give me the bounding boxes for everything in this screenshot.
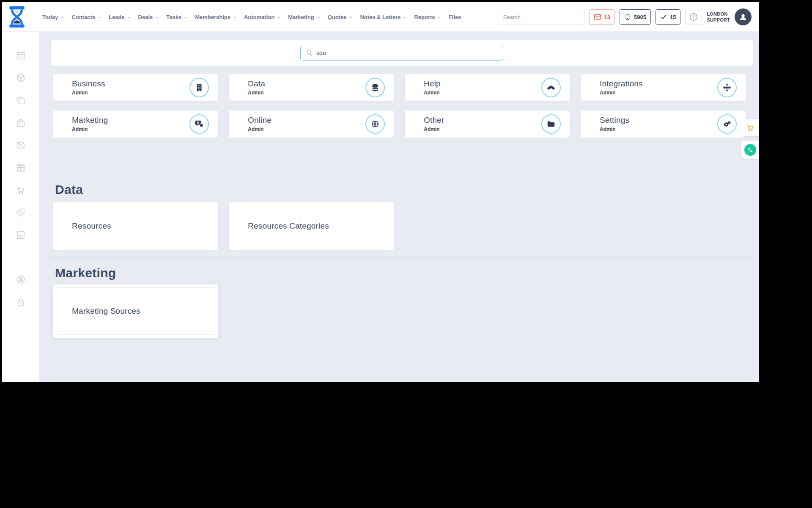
nav-item-files[interactable]: Files: [449, 14, 461, 20]
category-card-marketing[interactable]: Marketing Admin $: [53, 110, 218, 138]
mobile-phone-icon: [624, 14, 631, 20]
sidebar-item-copy[interactable]: [15, 95, 26, 105]
database-icon: [365, 78, 385, 97]
global-search: [498, 9, 584, 25]
category-card-business[interactable]: Business Admin: [53, 74, 218, 101]
shopping-cart-icon: [746, 124, 754, 132]
question-mark-icon: ?: [689, 12, 698, 22]
help-button[interactable]: ?: [685, 9, 702, 25]
section-data-cards: Resources Resources Categories: [53, 202, 746, 250]
nav-item-deals[interactable]: Deals: [138, 14, 159, 20]
sidebar-item-history[interactable]: [15, 140, 26, 150]
mail-count: 13: [604, 14, 610, 20]
avatar[interactable]: [735, 8, 752, 25]
lock-icon: [16, 297, 26, 307]
tasks-badge[interactable]: 15: [656, 9, 680, 25]
chevron-down-icon: [60, 15, 64, 19]
tasks-count: 15: [670, 14, 676, 20]
sidebar-item-calendar[interactable]: 12: [15, 50, 26, 61]
shopping-bag-icon: [16, 118, 26, 128]
globe-icon: [365, 114, 385, 134]
user-name: LONDON SUPPORT: [707, 11, 730, 23]
person-icon: [738, 12, 748, 22]
svg-text:$: $: [19, 210, 22, 214]
sidebar-item-cart[interactable]: [15, 185, 26, 195]
nav-item-reports[interactable]: Reports: [414, 14, 441, 20]
top-bar: Today Contacts Leads Deals Tasks Members…: [2, 2, 759, 32]
chat-dollar-icon: $: [189, 114, 209, 134]
sidebar-item-orders[interactable]: [15, 118, 26, 128]
search-icon: [306, 50, 313, 56]
phone-icon: [744, 144, 756, 156]
gears-icon: [717, 114, 737, 134]
chevron-down-icon: [127, 15, 131, 19]
nav-item-memberships[interactable]: Memberships: [195, 14, 237, 20]
admin-search-box: [300, 46, 503, 61]
phone-count: 5905: [634, 14, 646, 20]
category-grid: Business Admin Data Admin Help Admin Int…: [53, 74, 746, 138]
envelope-icon: [594, 13, 601, 21]
cube-icon: [16, 73, 26, 83]
admin-search-band: [51, 40, 753, 66]
svg-text:12: 12: [19, 55, 22, 58]
sidebar-item-pricing[interactable]: $: [15, 207, 26, 218]
nav-item-today[interactable]: Today: [42, 14, 64, 20]
section-heading-data: Data: [55, 182, 83, 197]
floating-whatsapp-button[interactable]: [741, 141, 759, 159]
cart-icon: [16, 185, 26, 195]
svg-text:?: ?: [693, 15, 695, 19]
category-card-settings[interactable]: Settings Admin: [581, 110, 746, 138]
building-icon: [189, 78, 209, 97]
copy-icon: [16, 95, 26, 105]
category-card-online[interactable]: Online Admin: [229, 110, 394, 138]
chevron-down-icon: [437, 15, 442, 19]
sidebar-item-gifts[interactable]: [15, 163, 26, 173]
sidebar-item-products[interactable]: [15, 73, 26, 83]
chevron-down-icon: [403, 15, 407, 19]
top-bar-right: 13 5905 15 ? LONDON SUPPORT: [498, 2, 752, 32]
nav-item-quotes[interactable]: Quotes: [328, 14, 353, 20]
sidebar-item-security[interactable]: [15, 297, 26, 307]
chevron-down-icon: [184, 15, 188, 19]
sidebar-item-reports[interactable]: [15, 230, 26, 240]
result-card-resources-categories[interactable]: Resources Categories: [229, 202, 394, 250]
search-icon: [583, 14, 584, 21]
user-circle-icon: [16, 274, 26, 284]
app-window: Today Contacts Leads Deals Tasks Members…: [2, 2, 759, 382]
icon-sidebar: 12 $: [2, 32, 39, 382]
bar-chart-icon: [16, 230, 26, 240]
chevron-down-icon: [155, 15, 159, 19]
nav-item-notes-letters[interactable]: Notes & Letters: [360, 14, 407, 20]
chevron-down-icon: [233, 15, 237, 19]
history-icon: [16, 140, 26, 150]
floating-cart-button[interactable]: [741, 119, 759, 136]
nav-item-automation[interactable]: Automation: [244, 14, 281, 20]
gift-icon: [16, 163, 26, 173]
search-button[interactable]: [583, 9, 584, 25]
nav-item-tasks[interactable]: Tasks: [166, 14, 188, 20]
mail-badge[interactable]: 13: [589, 9, 615, 25]
global-search-input[interactable]: [498, 14, 583, 20]
sidebar-item-account[interactable]: [15, 274, 26, 284]
category-card-help[interactable]: Help Admin: [405, 74, 570, 101]
admin-search-input[interactable]: [316, 50, 498, 56]
category-card-integrations[interactable]: Integrations Admin: [581, 74, 746, 101]
nav-item-contacts[interactable]: Contacts: [71, 14, 102, 20]
phone-badge[interactable]: 5905: [620, 9, 651, 25]
nav-item-leads[interactable]: Leads: [109, 14, 131, 20]
chevron-down-icon: [277, 15, 281, 19]
check-icon: [660, 14, 667, 20]
category-card-other[interactable]: Other Admin: [405, 110, 570, 138]
nav-item-marketing[interactable]: Marketing: [288, 14, 320, 20]
section-divider: [49, 257, 752, 258]
main-navigation: Today Contacts Leads Deals Tasks Members…: [42, 2, 461, 32]
hourglass-logo[interactable]: [8, 6, 26, 28]
result-card-resources[interactable]: Resources: [53, 202, 218, 250]
result-card-marketing-sources[interactable]: Marketing Sources: [53, 284, 218, 338]
chevron-down-icon: [316, 15, 321, 19]
move-arrows-icon: [717, 78, 737, 97]
chevron-down-icon: [348, 15, 353, 19]
section-heading-marketing: Marketing: [55, 266, 116, 280]
price-tag-icon: $: [16, 207, 26, 218]
category-card-data[interactable]: Data Admin: [229, 74, 394, 101]
